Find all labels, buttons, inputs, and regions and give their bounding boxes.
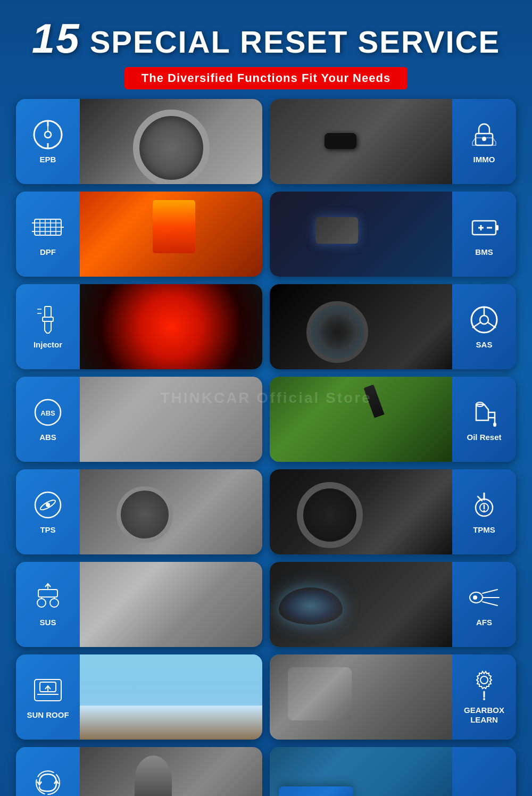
svg-line-54 bbox=[483, 602, 497, 606]
service-row-3: Injector bbox=[16, 284, 516, 369]
service-card-epb: EPB bbox=[16, 99, 262, 184]
immo-label: IMMO bbox=[473, 155, 495, 164]
service-card-injector: Injector bbox=[16, 284, 262, 369]
service-card-sunroof: SUN ROOF bbox=[16, 654, 262, 740]
page-title: 15 SPECIAL RESET SERVICE bbox=[16, 16, 516, 62]
gearbox-icon bbox=[468, 669, 500, 701]
svg-point-36 bbox=[493, 422, 496, 427]
sunroof-icon-section: SUN ROOF bbox=[16, 654, 80, 740]
svg-point-61 bbox=[483, 698, 485, 700]
injector-photo bbox=[80, 284, 262, 369]
gearbox-photo bbox=[270, 654, 452, 740]
svg-point-43 bbox=[484, 510, 485, 511]
oil-icon bbox=[468, 396, 500, 428]
subtitle-bar: The Diversified Functions Fit Your Needs bbox=[124, 67, 408, 89]
epb-icon bbox=[32, 119, 64, 151]
service-card-sas: SAS bbox=[270, 284, 516, 369]
tps-photo bbox=[80, 469, 262, 554]
oil-photo bbox=[270, 377, 452, 462]
service-card-afs: AFS bbox=[270, 562, 516, 647]
header-section: 15 SPECIAL RESET SERVICE The Diversified… bbox=[16, 16, 516, 89]
svg-rect-23 bbox=[45, 306, 51, 317]
svg-rect-24 bbox=[43, 317, 53, 321]
service-card-dpf: DPF bbox=[16, 192, 262, 277]
svg-point-59 bbox=[480, 676, 488, 684]
epb-label: EPB bbox=[40, 155, 56, 164]
service-card-oil: Oil Reset bbox=[270, 377, 516, 462]
service-card-abs: ABS ABS bbox=[16, 377, 262, 462]
injector-icon bbox=[32, 304, 64, 336]
immo-icon bbox=[468, 119, 500, 151]
svg-rect-44 bbox=[38, 590, 57, 597]
immo-photo bbox=[270, 99, 452, 184]
service-row-6: SUS bbox=[16, 562, 516, 647]
injector-label: Injector bbox=[34, 340, 62, 350]
gearbox-label: GEARBOX LEARN bbox=[456, 706, 512, 725]
bms-label: BMS bbox=[475, 247, 493, 257]
svg-line-31 bbox=[488, 322, 496, 328]
tps-icon bbox=[32, 489, 64, 521]
service-card-immo: IMMO bbox=[270, 99, 516, 184]
tpms-label: TPMS bbox=[473, 525, 495, 535]
service-card-sus: SUS bbox=[16, 562, 262, 647]
dpf-icon-section: DPF bbox=[16, 192, 80, 277]
sus-icon bbox=[32, 582, 64, 613]
svg-point-6 bbox=[482, 137, 486, 141]
svg-line-52 bbox=[483, 590, 497, 593]
svg-point-28 bbox=[480, 316, 488, 324]
sus-icon-section: SUS bbox=[16, 562, 80, 647]
bms-icon-section: BMS bbox=[452, 192, 516, 277]
service-row-7: SUN ROOF bbox=[16, 654, 516, 740]
dpf-photo bbox=[80, 192, 262, 277]
bms-photo bbox=[270, 192, 452, 277]
service-row-5: TPS bbox=[16, 469, 516, 554]
svg-rect-19 bbox=[496, 225, 498, 230]
egr-icon bbox=[32, 767, 64, 796]
svg-point-3 bbox=[45, 131, 51, 138]
egr-photo bbox=[80, 747, 262, 796]
afs-icon-section: AFS bbox=[452, 562, 516, 647]
svg-text:ABS: ABS bbox=[40, 409, 55, 417]
svg-point-47 bbox=[50, 599, 59, 607]
tps-label: TPS bbox=[40, 525, 55, 535]
service-card-gearbox: GEARBOX LEARN bbox=[270, 654, 516, 740]
service-row-2: DPF bbox=[16, 192, 516, 277]
afs-label: AFS bbox=[476, 618, 492, 627]
injector-icon-section: Injector bbox=[16, 284, 80, 369]
bms-icon bbox=[468, 211, 500, 243]
egr-icon-section: EGR Adaption bbox=[16, 747, 80, 796]
service-row-8: EGR Adaption MORE Stay tuned bbox=[16, 747, 516, 796]
oil-label: Oil Reset bbox=[467, 433, 501, 442]
epb-icon-section: EPB bbox=[16, 99, 80, 184]
service-row-1: EPB IMMO bbox=[16, 99, 516, 184]
sus-photo bbox=[80, 562, 262, 647]
service-count: 15 bbox=[32, 15, 80, 62]
svg-point-51 bbox=[473, 595, 477, 600]
header-subtitle: The Diversified Functions Fit Your Needs bbox=[142, 71, 390, 85]
svg-line-30 bbox=[472, 322, 480, 328]
afs-icon bbox=[468, 582, 500, 613]
gearbox-icon-section: GEARBOX LEARN bbox=[452, 654, 516, 740]
epb-photo bbox=[80, 99, 262, 184]
more-photo bbox=[270, 747, 452, 796]
service-card-tpms: TPMS bbox=[270, 469, 516, 554]
dpf-icon bbox=[32, 211, 64, 243]
service-card-egr: EGR Adaption bbox=[16, 747, 262, 796]
sunroof-icon bbox=[32, 674, 64, 706]
svg-point-46 bbox=[37, 599, 46, 607]
immo-icon-section: IMMO bbox=[452, 99, 516, 184]
sus-label: SUS bbox=[40, 618, 56, 627]
sunroof-label: SUN ROOF bbox=[27, 710, 69, 720]
sas-icon-section: SAS bbox=[452, 284, 516, 369]
sas-label: SAS bbox=[476, 340, 493, 350]
svg-rect-18 bbox=[472, 221, 496, 235]
tpms-photo bbox=[270, 469, 452, 554]
more-icon bbox=[468, 761, 500, 793]
tpms-icon-section: TPMS bbox=[452, 469, 516, 554]
tpms-icon bbox=[468, 489, 500, 521]
service-card-tps: TPS bbox=[16, 469, 262, 554]
abs-icon-section: ABS ABS bbox=[16, 377, 80, 462]
dpf-label: DPF bbox=[40, 247, 56, 257]
service-row-4: ABS ABS bbox=[16, 377, 516, 462]
more-icon-section: MORE Stay tuned bbox=[452, 747, 516, 796]
